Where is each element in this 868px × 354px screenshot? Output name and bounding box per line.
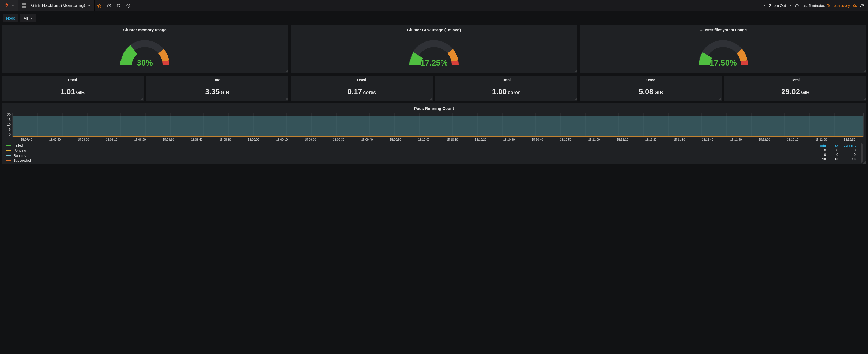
panel-title[interactable]: Total (146, 76, 288, 83)
x-tick: 15:10:10 (438, 138, 466, 141)
panel-title[interactable]: Used (580, 76, 722, 83)
gauge-panel[interactable]: Cluster filesystem usage 17.50% (580, 25, 866, 73)
legend-series-name: Succeeded (13, 158, 31, 163)
panel-title[interactable]: Total (435, 76, 577, 83)
series-running-line (12, 115, 863, 116)
save-icon (117, 4, 121, 8)
star-dashboard-button[interactable] (94, 0, 104, 11)
stat-unit: GiB (801, 90, 810, 95)
y-tick: 20 (4, 113, 11, 116)
plot-area[interactable] (12, 113, 864, 137)
y-tick: 15 (4, 118, 11, 122)
y-tick: 5 (4, 128, 11, 132)
x-tick: 15:08:30 (154, 138, 183, 141)
legend-stats-table: minmaxcurrent 000000181818 (817, 143, 858, 162)
legend-header[interactable]: current (841, 143, 858, 148)
pods-running-panel[interactable]: Pods Running Count 20151050 15:07:4015:0… (2, 103, 866, 164)
chevron-right-icon (788, 4, 792, 7)
panel-title[interactable]: Cluster CPU usage (1m avg) (291, 25, 577, 34)
panel-title[interactable]: Total (724, 76, 866, 83)
x-tick: 15:10:40 (523, 138, 552, 141)
panel-resize-handle[interactable] (140, 98, 143, 100)
x-tick: 15:09:40 (353, 138, 381, 141)
singlestat-panel[interactable]: Used 1.01GiB (2, 76, 144, 101)
x-tick: 15:08:10 (97, 138, 126, 141)
panel-resize-handle[interactable] (863, 70, 866, 72)
gear-icon (126, 4, 130, 8)
singlestat-panel[interactable]: Total 29.02GiB (724, 76, 866, 101)
stat-unit: GiB (76, 90, 85, 95)
share-dashboard-button[interactable] (104, 0, 114, 11)
legend-swatch (6, 160, 11, 161)
panel-resize-handle[interactable] (574, 70, 577, 72)
gauge-value: 17.50% (696, 58, 750, 67)
x-tick: 15:08:00 (69, 138, 97, 141)
legend-item[interactable]: Pending (6, 148, 31, 152)
x-tick: 15:10:20 (466, 138, 495, 141)
settings-button[interactable] (123, 0, 133, 11)
legend-item[interactable]: Running (6, 153, 31, 157)
series-succeeded-line (12, 136, 863, 137)
panel-title[interactable]: Used (2, 76, 144, 83)
refresh-icon (860, 4, 864, 8)
panel-title[interactable]: Cluster memory usage (2, 25, 288, 34)
stat-value: 5.08GiB (580, 83, 722, 102)
save-dashboard-button[interactable] (114, 0, 123, 11)
legend-item[interactable]: Failed (6, 143, 31, 147)
svg-point-1 (7, 5, 7, 6)
stat-value: 1.00cores (435, 83, 577, 102)
panel-title[interactable]: Cluster filesystem usage (580, 25, 866, 34)
panel-resize-handle[interactable] (429, 98, 432, 100)
stat-value: 1.01GiB (2, 83, 144, 102)
panel-resize-handle[interactable] (863, 98, 866, 100)
x-tick: 15:11:20 (637, 138, 665, 141)
legend-stats-row: 000 (817, 148, 858, 152)
grafana-menu-button[interactable]: ▼ (0, 0, 18, 11)
panel-title[interactable]: Used (291, 76, 433, 83)
panel-resize-handle[interactable] (285, 70, 287, 72)
legend-swatch (6, 150, 11, 151)
gauge-row: Cluster memory usage 30% Cluster CPU usa… (2, 25, 866, 73)
clock-icon (795, 4, 799, 8)
gauge: 30% (2, 34, 288, 71)
x-tick: 15:11:30 (665, 138, 693, 141)
refresh-button[interactable] (860, 4, 864, 8)
legend-item[interactable]: Succeeded (6, 158, 31, 163)
panel-resize-handle[interactable] (285, 98, 287, 100)
gauge-panel[interactable]: Cluster CPU usage (1m avg) 17.25% (291, 25, 577, 73)
svg-marker-2 (97, 4, 101, 7)
x-tick: 15:09:20 (296, 138, 324, 141)
legend-swatch (6, 145, 11, 146)
stats-row: Used 1.01GiB Total 3.35GiB Used 0.17core… (2, 76, 866, 101)
gauge-panel[interactable]: Cluster memory usage 30% (2, 25, 288, 73)
singlestat-panel[interactable]: Used 5.08GiB (580, 76, 722, 101)
variable-node-dropdown[interactable]: All ▼ (20, 14, 36, 22)
singlestat-panel[interactable]: Total 3.35GiB (146, 76, 288, 101)
zoom-out-button[interactable]: Zoom Out (769, 3, 786, 8)
panel-resize-handle[interactable] (863, 161, 866, 164)
x-tick: 15:07:50 (41, 138, 69, 141)
gauge: 17.25% (291, 34, 577, 71)
singlestat-panel[interactable]: Used 0.17cores (291, 76, 433, 101)
time-range-forward-button[interactable] (788, 4, 792, 7)
star-icon (97, 4, 101, 8)
grafana-logo-icon (4, 2, 10, 9)
legend-header[interactable]: max (829, 143, 841, 148)
gauge-value: 17.25% (407, 58, 461, 67)
legend-scrollbar[interactable] (861, 143, 863, 163)
dashboard-picker[interactable]: GBB Hackfest (Monitoring) ▼ (18, 0, 94, 11)
singlestat-panel[interactable]: Total 1.00cores (435, 76, 577, 101)
legend-header[interactable]: min (817, 143, 829, 148)
variable-node-value: All (24, 16, 28, 20)
time-picker-button[interactable]: Last 5 minutes Refresh every 10s (795, 3, 857, 8)
y-axis: 20151050 (4, 113, 12, 137)
panel-resize-handle[interactable] (574, 98, 577, 100)
pods-row: Pods Running Count 20151050 15:07:4015:0… (2, 103, 866, 164)
pods-chart-area[interactable]: 20151050 (2, 112, 866, 137)
dashboard-grid-icon (22, 3, 26, 8)
time-range-back-button[interactable] (763, 4, 767, 7)
panel-resize-handle[interactable] (719, 98, 721, 100)
legend: FailedPendingRunningSucceeded minmaxcurr… (2, 141, 866, 163)
panel-title[interactable]: Pods Running Count (2, 103, 866, 112)
refresh-interval-label: Refresh every 10s (827, 3, 857, 8)
